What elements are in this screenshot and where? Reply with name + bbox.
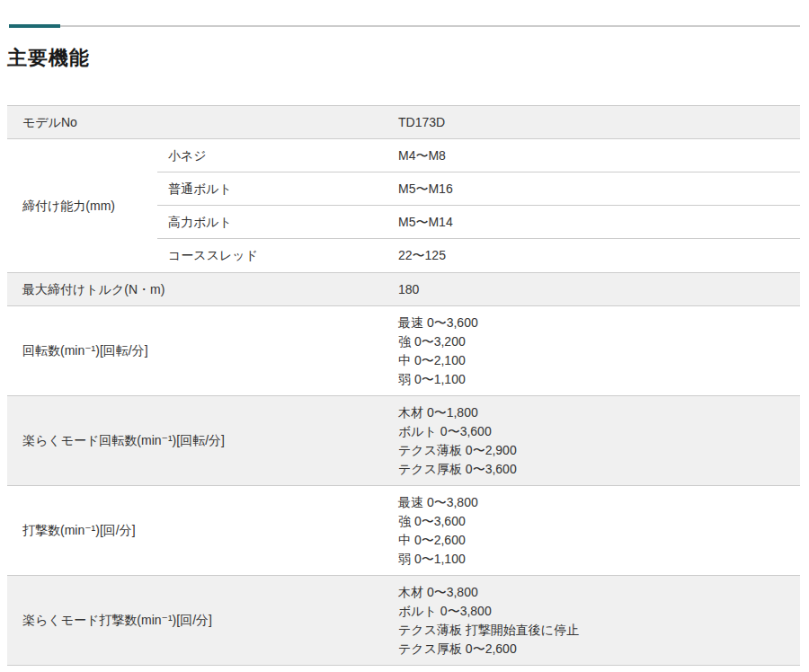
row-value: 180 [398,273,800,305]
table-row-impact-rate: 打撃数(min⁻¹)[回/分] 最速 0〜3,800 強 0〜3,600 中 0… [7,486,800,576]
row-label: 楽らくモード打撃数(min⁻¹)[回/分] [7,576,398,665]
value-line: ボルト 0〜3,600 [398,422,800,441]
row-label: 回転数(min⁻¹)[回転/分] [7,306,398,395]
row-label: モデルNo [7,106,398,138]
row-values: 最速 0〜3,600 強 0〜3,200 中 0〜2,100 弱 0〜1,100 [398,306,800,395]
sub-row: コーススレッド 22〜125 [157,239,800,272]
row-label: 楽らくモード回転数(min⁻¹)[回転/分] [7,396,398,485]
row-value: TD173D [398,106,800,138]
row-label: 締付け能力(mm) [7,139,157,272]
row-label: 最大締付けトルク(N・m) [7,273,398,305]
value-line: ボルト 0〜3,800 [398,602,800,621]
table-row-easy-mode-rotation-speed: 楽らくモード回転数(min⁻¹)[回転/分] 木材 0〜1,800 ボルト 0〜… [7,396,800,486]
divider-line [9,25,800,27]
sub-row: 小ネジ M4〜M8 [157,139,800,172]
row-label: 打撃数(min⁻¹)[回/分] [7,486,398,575]
value-line: 最速 0〜3,600 [398,314,800,332]
divider-accent-bar [9,24,60,28]
value-line: 弱 0〜1,100 [398,370,800,389]
sub-row-value: M4〜M8 [398,146,800,165]
value-line: テクス厚板 0〜2,600 [398,640,800,659]
value-line: 強 0〜3,600 [398,512,800,531]
sub-row-value: 22〜125 [398,246,800,265]
table-row-model-no: モデルNo TD173D [7,106,800,139]
sub-row-label: 小ネジ [157,146,398,165]
sub-row-value: M5〜M14 [398,213,800,232]
value-line: 中 0〜2,600 [398,531,800,550]
row-values: 木材 0〜3,800 ボルト 0〜3,800 テクス薄板 打撃開始直後に停止 テ… [398,576,800,665]
value-line: 最速 0〜3,800 [398,493,800,512]
sub-rows: 小ネジ M4〜M8 普通ボルト M5〜M16 高力ボルト M5〜M14 コースス… [157,139,800,272]
table-row-fastening-capacity: 締付け能力(mm) 小ネジ M4〜M8 普通ボルト M5〜M16 高力ボルト M… [7,139,800,273]
value-line: 木材 0〜3,800 [398,583,800,602]
value-line: 木材 0〜1,800 [398,403,800,422]
table-row-rotation-speed: 回転数(min⁻¹)[回転/分] 最速 0〜3,600 強 0〜3,200 中 … [7,306,800,396]
sub-row-label: 高力ボルト [157,213,398,232]
value-line: 強 0〜3,200 [398,332,800,351]
value-line: テクス薄板 打撃開始直後に停止 [398,621,800,640]
accent-divider [9,24,800,28]
sub-row-label: コーススレッド [157,246,398,265]
table-row-max-torque: 最大締付けトルク(N・m) 180 [7,273,800,306]
sub-row-label: 普通ボルト [157,180,398,199]
page-title: 主要機能 [7,48,809,69]
value-line: 中 0〜2,100 [398,351,800,370]
spec-table: モデルNo TD173D 締付け能力(mm) 小ネジ M4〜M8 普通ボルト M… [7,105,800,666]
sub-row: 高力ボルト M5〜M14 [157,206,800,239]
sub-row-value: M5〜M16 [398,180,800,199]
sub-row: 普通ボルト M5〜M16 [157,172,800,206]
table-row-easy-mode-impact-rate: 楽らくモード打撃数(min⁻¹)[回/分] 木材 0〜3,800 ボルト 0〜3… [7,576,800,666]
value-line: テクス薄板 0〜2,900 [398,441,800,460]
value-line: テクス厚板 0〜3,600 [398,460,800,479]
row-values: 木材 0〜1,800 ボルト 0〜3,600 テクス薄板 0〜2,900 テクス… [398,396,800,485]
value-line: 弱 0〜1,100 [398,550,800,569]
row-values: 最速 0〜3,800 強 0〜3,600 中 0〜2,600 弱 0〜1,100 [398,486,800,575]
